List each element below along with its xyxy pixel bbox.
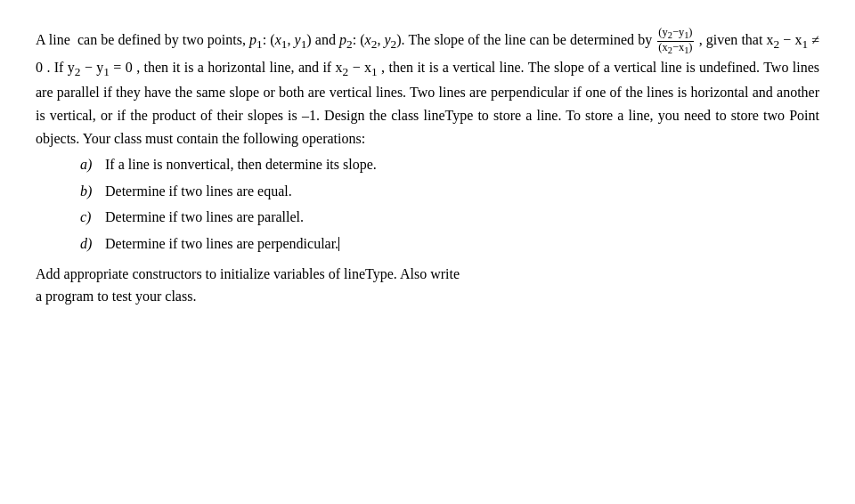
list-text-b: Determine if two lines are equal. [105,180,292,203]
list-item-b: b) Determine if two lines are equal. [80,180,819,203]
text-cursor [338,237,339,251]
text-condition1: , given that x2 − x1 ≠ 0 . If y2 − y1 = … [36,32,819,145]
closing-line1: Add appropriate constructors to initiali… [36,266,460,281]
list-label-c: c) [80,206,105,229]
text-intro: A line can be defined by two points, p1:… [36,32,656,47]
list-label-d: d) [80,232,105,256]
list-text-c: Determine if two lines are parallel. [105,206,304,229]
list-item-d: d) Determine if two lines are perpendicu… [80,232,819,256]
closing-paragraph: Add appropriate constructors to initiali… [36,263,819,308]
list-label-b: b) [80,180,105,203]
list-text-d: Determine if two lines are perpendicular… [105,232,339,256]
slope-fraction: (y2−y1)(x2−x1) [657,27,693,56]
main-content: A line can be defined by two points, p1:… [36,27,819,308]
closing-line2: a program to test your class. [36,289,196,304]
list-label-a: a) [80,153,105,176]
list-item-a: a) If a line is nonvertical, then determ… [80,153,819,176]
main-paragraph: A line can be defined by two points, p1:… [36,27,819,150]
operations-list: a) If a line is nonvertical, then determ… [80,153,819,255]
list-text-a: If a line is nonvertical, then determine… [105,153,377,176]
list-item-c: c) Determine if two lines are parallel. [80,206,819,229]
